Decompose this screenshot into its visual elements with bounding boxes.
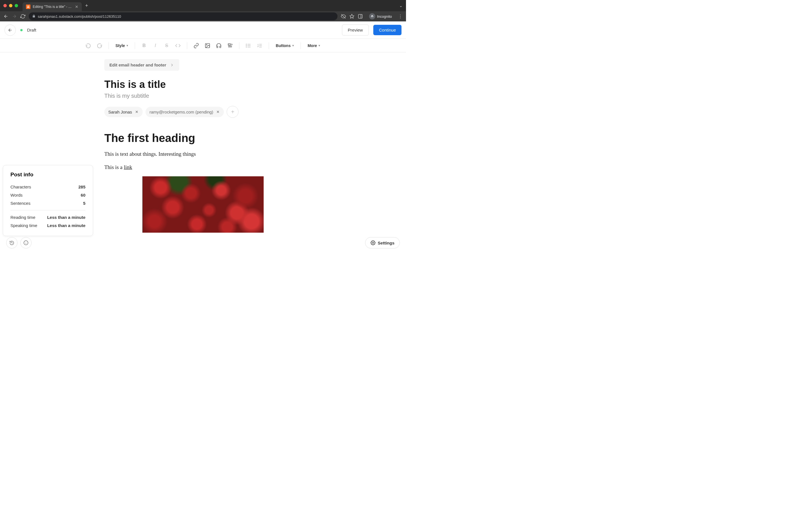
undo-button[interactable]	[83, 41, 93, 51]
incognito-icon	[369, 13, 375, 19]
gear-icon	[370, 240, 375, 245]
style-label: Style	[116, 43, 125, 48]
incognito-label: Incognito	[377, 14, 392, 18]
content-paragraph[interactable]: This is text about things. Interesting t…	[104, 150, 302, 158]
remove-author-button[interactable]	[135, 110, 139, 114]
tabs-overflow-icon[interactable]: ⌄	[399, 3, 403, 8]
url-text: sarahjonas1.substack.com/publish/post/11…	[38, 14, 121, 18]
info-label: Sentences	[10, 201, 31, 206]
info-row-words: Words 60	[10, 191, 86, 199]
maximize-window-button[interactable]	[15, 4, 18, 7]
side-panel-icon[interactable]	[358, 14, 363, 19]
browser-tab[interactable]: Editing "This is a title" - Subst… ✕	[22, 2, 82, 11]
browser-toolbar: sarahjonas1.substack.com/publish/post/11…	[0, 11, 406, 21]
settings-button[interactable]: Settings	[365, 237, 400, 248]
toolbar-separator	[301, 42, 301, 49]
continue-button[interactable]: Continue	[373, 25, 402, 35]
info-value: 60	[81, 193, 86, 198]
svg-point-5	[372, 16, 373, 17]
settings-label: Settings	[378, 240, 395, 245]
browser-menu-icon[interactable]: ⋮	[398, 14, 403, 19]
author-chip[interactable]: ramy@rocketgems.com (pending)	[146, 107, 224, 117]
preview-button[interactable]: Preview	[342, 24, 369, 36]
chevron-down-icon: ▾	[319, 44, 320, 47]
svg-point-4	[371, 16, 372, 17]
content-link[interactable]: link	[124, 164, 132, 170]
editor-toolbar: Style ▾ B I S	[0, 39, 406, 52]
svg-point-11	[246, 44, 247, 45]
info-button[interactable]	[20, 237, 32, 248]
tracking-off-icon[interactable]	[341, 14, 346, 19]
svg-point-12	[246, 45, 247, 46]
code-button[interactable]	[173, 41, 183, 51]
more-dropdown[interactable]: More ▾	[305, 42, 323, 50]
author-name: Sarah Jonas	[108, 110, 132, 114]
tab-title: Editing "This is a title" - Subst…	[33, 5, 73, 9]
info-icon	[23, 240, 29, 245]
back-button[interactable]	[4, 24, 16, 36]
svg-point-24	[372, 242, 374, 244]
buttons-dropdown[interactable]: Buttons ▾	[273, 42, 297, 50]
draft-status-label: Draft	[27, 27, 36, 33]
paragraph-text: This is a	[104, 164, 124, 170]
redo-button[interactable]	[94, 41, 105, 51]
address-bar[interactable]: sarahjonas1.substack.com/publish/post/11…	[29, 12, 338, 20]
info-value: 5	[83, 201, 86, 206]
italic-button[interactable]: I	[150, 41, 160, 51]
info-label: Reading time	[10, 215, 35, 220]
incognito-badge[interactable]: Incognito	[366, 12, 395, 20]
browser-titlebar: Editing "This is a title" - Subst… ✕ + ⌄	[0, 0, 406, 11]
style-dropdown[interactable]: Style ▾	[113, 42, 131, 50]
bullet-list-button[interactable]	[243, 41, 253, 51]
post-image[interactable]	[142, 176, 264, 233]
author-chip[interactable]: Sarah Jonas	[104, 107, 143, 117]
svg-point-13	[246, 47, 247, 47]
email-header-label: Edit email header and footer	[109, 62, 166, 67]
minimize-window-button[interactable]	[9, 4, 12, 7]
window-controls	[3, 4, 18, 7]
substack-favicon	[26, 4, 31, 9]
authors-row: Sarah Jonas ramy@rocketgems.com (pending…	[104, 106, 302, 118]
info-label: Characters	[10, 184, 31, 189]
tab-close-button[interactable]: ✕	[75, 4, 79, 9]
content-heading[interactable]: The first heading	[104, 132, 302, 145]
info-row-speaking-time: Speaking time Less than a minute	[10, 221, 86, 230]
strikethrough-button[interactable]: S	[161, 41, 172, 51]
insert-block-button[interactable]	[225, 41, 235, 51]
info-row-sentences: Sentences 5	[10, 199, 86, 207]
app-header: Draft Preview Continue	[0, 21, 406, 39]
info-row-characters: Characters 285	[10, 183, 86, 191]
buttons-label: Buttons	[276, 43, 291, 48]
add-author-button[interactable]: +	[227, 106, 239, 118]
info-row-reading-time: Reading time Less than a minute	[10, 213, 86, 221]
post-title-input[interactable]: This is a title	[104, 78, 302, 91]
info-value: Less than a minute	[47, 223, 86, 228]
info-value: Less than a minute	[47, 215, 86, 220]
new-tab-button[interactable]: +	[85, 3, 88, 9]
reload-button[interactable]	[20, 14, 26, 19]
toolbar-separator	[187, 42, 187, 49]
close-window-button[interactable]	[3, 4, 7, 7]
info-label: Speaking time	[10, 223, 37, 228]
bold-button[interactable]: B	[139, 41, 149, 51]
remove-author-button[interactable]	[216, 110, 220, 114]
author-name: ramy@rocketgems.com (pending)	[149, 110, 213, 114]
lock-icon	[32, 14, 36, 18]
post-info-title: Post info	[10, 172, 86, 178]
history-button[interactable]	[6, 237, 17, 248]
bookmark-star-icon[interactable]	[349, 14, 354, 19]
svg-point-7	[206, 44, 207, 45]
image-button[interactable]	[202, 41, 213, 51]
info-value: 285	[79, 184, 86, 189]
edit-email-header-button[interactable]: Edit email header and footer	[104, 59, 179, 71]
link-button[interactable]	[191, 41, 201, 51]
post-subtitle-input[interactable]: This is my subtitle	[104, 93, 302, 99]
chevron-down-icon: ▾	[126, 44, 128, 47]
nav-forward-button[interactable]	[12, 14, 17, 19]
more-label: More	[308, 43, 317, 48]
nav-back-button[interactable]	[3, 14, 8, 19]
svg-marker-1	[350, 14, 354, 18]
content-paragraph[interactable]: This is a link	[104, 163, 302, 172]
audio-button[interactable]	[214, 41, 224, 51]
ordered-list-button[interactable]	[255, 41, 265, 51]
